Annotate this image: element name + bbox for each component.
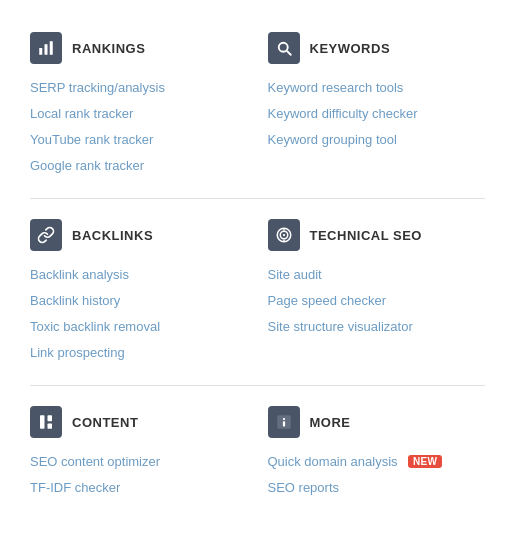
page-speed-checker-link[interactable]: Page speed checker — [268, 293, 387, 308]
section-title-content: CONTENT — [72, 415, 138, 430]
section-title-rankings: RANKINGS — [72, 41, 145, 56]
divider-2 — [30, 385, 485, 386]
list-item: SEO content optimizer — [30, 452, 248, 470]
section-links-content: SEO content optimizer TF-IDF checker — [30, 452, 248, 496]
list-item: Backlink history — [30, 291, 248, 309]
svg-rect-13 — [282, 421, 284, 426]
list-item: Keyword research tools — [268, 78, 486, 96]
backlink-history-link[interactable]: Backlink history — [30, 293, 120, 308]
site-structure-visualizator-link[interactable]: Site structure visualizator — [268, 319, 413, 334]
site-audit-link[interactable]: Site audit — [268, 267, 322, 282]
list-item: SERP tracking/analysis — [30, 78, 248, 96]
section-links-rankings: SERP tracking/analysis Local rank tracke… — [30, 78, 248, 174]
section-technical-seo: TECHNICAL SEO Site audit Page speed chec… — [258, 203, 496, 381]
keyword-research-tools-link[interactable]: Keyword research tools — [268, 80, 404, 95]
section-links-keywords: Keyword research tools Keyword difficult… — [268, 78, 486, 148]
link-prospecting-link[interactable]: Link prospecting — [30, 345, 125, 360]
svg-rect-0 — [39, 48, 42, 55]
list-item: SEO reports — [268, 478, 486, 496]
seo-reports-link[interactable]: SEO reports — [268, 480, 340, 495]
keyword-difficulty-checker-link[interactable]: Keyword difficulty checker — [268, 106, 418, 121]
list-item: Keyword difficulty checker — [268, 104, 486, 122]
seo-content-optimizer-link[interactable]: SEO content optimizer — [30, 454, 160, 469]
section-header-technical-seo: TECHNICAL SEO — [268, 219, 486, 251]
new-badge: NEW — [408, 455, 442, 468]
section-title-backlinks: BACKLINKS — [72, 228, 153, 243]
google-rank-tracker-link[interactable]: Google rank tracker — [30, 158, 144, 173]
list-item: Site structure visualizator — [268, 317, 486, 335]
main-grid: RANKINGS SERP tracking/analysis Local ra… — [20, 16, 495, 516]
section-links-backlinks: Backlink analysis Backlink history Toxic… — [30, 265, 248, 361]
svg-point-5 — [282, 234, 284, 236]
section-keywords: KEYWORDS Keyword research tools Keyword … — [258, 16, 496, 194]
svg-rect-9 — [48, 415, 53, 421]
section-links-more: Quick domain analysis NEW SEO reports — [268, 452, 486, 496]
svg-rect-2 — [50, 41, 53, 55]
list-item: Toxic backlink removal — [30, 317, 248, 335]
section-title-more: MORE — [310, 415, 351, 430]
list-item: Keyword grouping tool — [268, 130, 486, 148]
search-icon — [268, 32, 300, 64]
tf-idf-checker-link[interactable]: TF-IDF checker — [30, 480, 120, 495]
list-item: Backlink analysis — [30, 265, 248, 283]
section-rankings: RANKINGS SERP tracking/analysis Local ra… — [20, 16, 258, 194]
quick-domain-analysis-link[interactable]: Quick domain analysis — [268, 454, 398, 469]
section-more: MORE Quick domain analysis NEW SEO repor… — [258, 390, 496, 516]
section-header-more: MORE — [268, 406, 486, 438]
svg-rect-1 — [45, 44, 48, 55]
section-header-backlinks: BACKLINKS — [30, 219, 248, 251]
youtube-rank-tracker-link[interactable]: YouTube rank tracker — [30, 132, 153, 147]
section-header-keywords: KEYWORDS — [268, 32, 486, 64]
list-item: Page speed checker — [268, 291, 486, 309]
svg-rect-8 — [40, 415, 45, 429]
list-item: TF-IDF checker — [30, 478, 248, 496]
backlink-analysis-link[interactable]: Backlink analysis — [30, 267, 129, 282]
list-item: Link prospecting — [30, 343, 248, 361]
section-title-technical-seo: TECHNICAL SEO — [310, 228, 422, 243]
divider-1 — [30, 198, 485, 199]
keyword-grouping-tool-link[interactable]: Keyword grouping tool — [268, 132, 397, 147]
list-item: Site audit — [268, 265, 486, 283]
section-content: CONTENT SEO content optimizer TF-IDF che… — [20, 390, 258, 516]
bar-chart-icon — [30, 32, 62, 64]
section-backlinks: BACKLINKS Backlink analysis Backlink his… — [20, 203, 258, 381]
serp-tracking-link[interactable]: SERP tracking/analysis — [30, 80, 165, 95]
list-item: Google rank tracker — [30, 156, 248, 174]
link-icon — [30, 219, 62, 251]
svg-rect-10 — [48, 424, 53, 429]
layout-icon — [30, 406, 62, 438]
section-header-content: CONTENT — [30, 406, 248, 438]
list-item: YouTube rank tracker — [30, 130, 248, 148]
local-rank-tracker-link[interactable]: Local rank tracker — [30, 106, 133, 121]
toxic-backlink-removal-link[interactable]: Toxic backlink removal — [30, 319, 160, 334]
list-item: Quick domain analysis NEW — [268, 452, 486, 470]
list-item: Local rank tracker — [30, 104, 248, 122]
svg-point-12 — [282, 418, 284, 420]
info-icon — [268, 406, 300, 438]
target-icon — [268, 219, 300, 251]
section-title-keywords: KEYWORDS — [310, 41, 391, 56]
section-links-technical-seo: Site audit Page speed checker Site struc… — [268, 265, 486, 335]
section-header-rankings: RANKINGS — [30, 32, 248, 64]
